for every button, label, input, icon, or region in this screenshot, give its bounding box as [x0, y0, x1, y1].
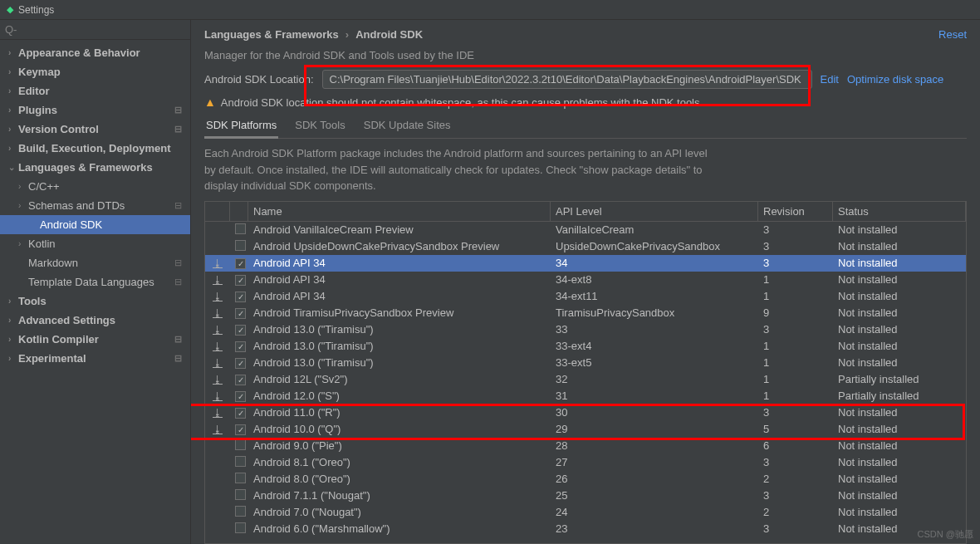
sidebar-item[interactable]: ›Experimental⊟	[0, 349, 190, 368]
table-row[interactable]: Android 9.0 ("Pie")286Not installed	[205, 438, 966, 454]
col-api[interactable]: API Level	[551, 202, 758, 221]
sidebar-nav: ›Appearance & Behavior›Keymap›Editor›Plu…	[0, 40, 190, 544]
android-icon: ◆	[7, 4, 13, 15]
checkbox[interactable]	[235, 292, 246, 302]
checkbox[interactable]	[235, 308, 246, 319]
sidebar-item[interactable]: Markdown⊟	[0, 253, 190, 272]
watermark: CSDN @驰愿	[918, 528, 973, 541]
titlebar: ◆ Settings	[0, 0, 980, 20]
checkbox[interactable]	[235, 375, 246, 385]
sidebar-item[interactable]: ⌄Languages & Frameworks	[0, 158, 190, 177]
checkbox[interactable]	[235, 258, 246, 269]
search-input[interactable]	[20, 23, 185, 36]
table-row[interactable]: ⭳Android 11.0 ("R")303Not installed	[205, 404, 966, 421]
manager-description: Manager for the Android SDK and Tools us…	[204, 49, 967, 61]
main-panel: Languages & Frameworks›Android SDK Reset…	[191, 20, 980, 544]
checkbox[interactable]	[235, 473, 246, 483]
download-icon[interactable]: ⭳	[213, 390, 223, 402]
sidebar-item[interactable]: ›Editor	[0, 81, 190, 100]
table-row[interactable]: ⭳Android 12L ("Sv2")321Partially install…	[205, 371, 966, 388]
tab[interactable]: SDK Tools	[293, 115, 346, 138]
col-revision[interactable]: Revision	[758, 202, 833, 221]
checkbox[interactable]	[235, 408, 246, 419]
sidebar-item[interactable]: ›Advanced Settings	[0, 311, 190, 330]
warning-row: ▲ Android SDK location should not contai…	[204, 96, 967, 109]
sidebar-item[interactable]: ›Kotlin	[0, 234, 190, 253]
table-row[interactable]: Android 7.0 ("Nougat")242Not installed	[205, 504, 966, 521]
download-icon[interactable]: ⭳	[213, 374, 223, 385]
checkbox[interactable]	[235, 391, 246, 402]
sidebar: Q- ›Appearance & Behavior›Keymap›Editor›…	[0, 20, 191, 544]
checkbox[interactable]	[235, 223, 246, 234]
edit-link[interactable]: Edit	[821, 73, 839, 86]
checkbox[interactable]	[235, 240, 246, 251]
table-row[interactable]: ⭳Android API 3434-ext81Not installed	[205, 272, 966, 288]
table-row[interactable]: ⭳Android 13.0 ("Tiramisu")33-ext51Not in…	[205, 355, 966, 371]
sdk-tabs: SDK PlatformsSDK ToolsSDK Update Sites	[204, 115, 967, 139]
download-icon[interactable]: ⭳	[213, 324, 223, 336]
sidebar-item[interactable]: ›C/C++	[0, 177, 190, 196]
warning-text: Android SDK location should not contain …	[221, 96, 703, 109]
table-row[interactable]: ⭳Android 13.0 ("Tiramisu")333Not install…	[205, 321, 966, 338]
checkbox[interactable]	[235, 439, 246, 450]
sidebar-item[interactable]: ›Version Control⊟	[0, 120, 190, 139]
download-icon[interactable]: ⭳	[213, 341, 223, 352]
table-header: Name API Level Revision Status	[205, 202, 966, 222]
sidebar-item[interactable]: ›Tools	[0, 292, 190, 311]
sdk-location-input[interactable]	[322, 70, 812, 89]
table-row[interactable]: ⭳Android TiramisuPrivacySandbox PreviewT…	[205, 305, 966, 321]
sidebar-item[interactable]: ›Schemas and DTDs⊟	[0, 196, 190, 215]
sidebar-item[interactable]: ›Kotlin Compiler⊟	[0, 330, 190, 349]
checkbox[interactable]	[235, 424, 246, 435]
tab[interactable]: SDK Update Sites	[362, 115, 453, 138]
tab-description: Each Android SDK Platform package includ…	[204, 145, 719, 194]
tab[interactable]: SDK Platforms	[204, 115, 278, 139]
reset-link[interactable]: Reset	[938, 28, 967, 41]
table-row[interactable]: Android 8.1 ("Oreo")273Not installed	[205, 454, 966, 471]
table-row[interactable]: ⭳Android 12.0 ("S")311Partially installe…	[205, 388, 966, 404]
table-row[interactable]: Android VanillaIceCream PreviewVanillaIc…	[205, 222, 966, 238]
table-row[interactable]: ⭳Android 10.0 ("Q")295Not installed	[205, 421, 966, 438]
checkbox[interactable]	[235, 275, 246, 286]
window-title: Settings	[18, 4, 54, 16]
sidebar-item[interactable]: Android SDK	[0, 215, 190, 234]
search-row[interactable]: Q-	[0, 20, 190, 40]
sidebar-item[interactable]: Template Data Languages⊟	[0, 272, 190, 292]
checkbox[interactable]	[235, 358, 246, 369]
checkbox[interactable]	[235, 341, 246, 352]
table-row[interactable]: Android 6.0 ("Marshmallow")233Not instal…	[205, 521, 966, 537]
table-row[interactable]: Android UpsideDownCakePrivacySandbox Pre…	[205, 238, 966, 255]
download-icon[interactable]: ⭳	[213, 257, 223, 269]
breadcrumb: Languages & Frameworks›Android SDK	[204, 28, 423, 41]
checkbox[interactable]	[235, 522, 246, 533]
checkbox[interactable]	[235, 456, 246, 467]
sidebar-item[interactable]: ›Plugins⊟	[0, 100, 190, 120]
checkbox[interactable]	[235, 489, 246, 500]
checkbox[interactable]	[235, 506, 246, 517]
sdk-table: Name API Level Revision Status Android V…	[204, 201, 967, 545]
sdk-location-label: Android SDK Location:	[204, 73, 314, 86]
checkbox[interactable]	[235, 325, 246, 336]
download-icon[interactable]: ⭳	[213, 307, 223, 319]
download-icon[interactable]: ⭳	[213, 274, 223, 286]
table-row[interactable]: ⭳Android API 34343Not installed	[205, 255, 966, 272]
download-icon[interactable]: ⭳	[213, 291, 223, 302]
table-row[interactable]: Android 8.0 ("Oreo")262Not installed	[205, 471, 966, 488]
optimize-link[interactable]: Optimize disk space	[847, 73, 943, 86]
table-row[interactable]: Android 7.1.1 ("Nougat")253Not installed	[205, 488, 966, 504]
download-icon[interactable]: ⭳	[213, 424, 223, 435]
warning-icon: ▲	[204, 96, 216, 109]
col-name[interactable]: Name	[248, 202, 551, 221]
col-status[interactable]: Status	[833, 202, 966, 221]
table-row[interactable]: ⭳Android 13.0 ("Tiramisu")33-ext41Not in…	[205, 338, 966, 355]
download-icon[interactable]: ⭳	[213, 407, 223, 419]
sidebar-item[interactable]: ›Build, Execution, Deployment	[0, 139, 190, 158]
download-icon[interactable]: ⭳	[213, 357, 223, 369]
search-icon: Q-	[5, 23, 17, 36]
sidebar-item[interactable]: ›Keymap	[0, 62, 190, 81]
sidebar-item[interactable]: ›Appearance & Behavior	[0, 43, 190, 62]
table-row[interactable]: ⭳Android API 3434-ext111Not installed	[205, 288, 966, 305]
